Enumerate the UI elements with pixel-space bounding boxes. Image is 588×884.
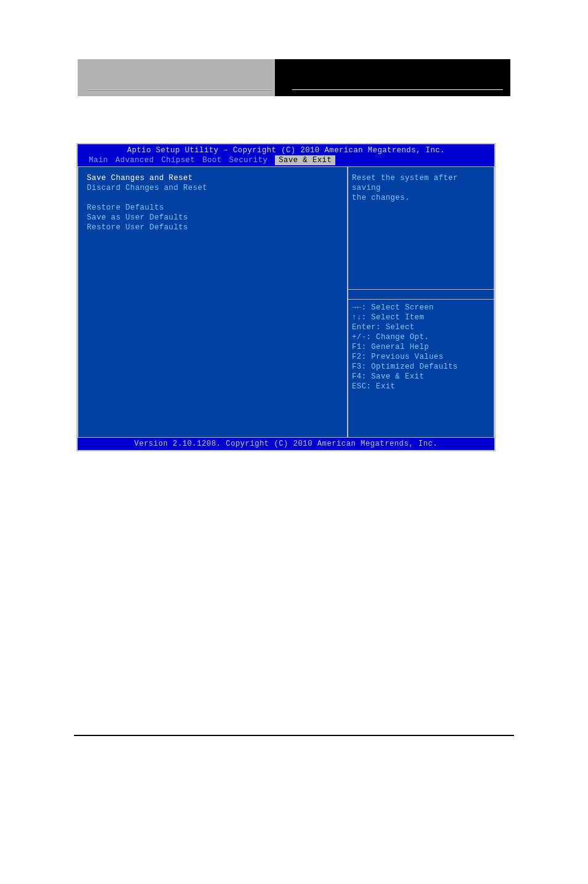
menu-restore-user-defaults[interactable]: Restore User Defaults [87,223,338,232]
menu-discard-changes-reset[interactable]: Discard Changes and Reset [87,183,338,193]
menu-restore-defaults[interactable]: Restore Defaults [87,203,338,213]
help-separator-top [348,289,494,290]
bios-body: Save Changes and Reset Discard Changes a… [78,166,494,438]
tab-security[interactable]: Security [229,155,268,165]
header-left-underline [88,89,271,90]
bios-tab-bar: Main Advanced Chipset Boot Security Save… [78,155,494,166]
doc-header-left [78,59,275,96]
bios-menu-pane: Save Changes and Reset Discard Changes a… [78,166,348,438]
key-legend: →←: Select Screen ↑↓: Select Item Enter:… [352,303,489,391]
bios-footer: Version 2.10.1208. Copyright (C) 2010 Am… [78,438,494,450]
tab-save-exit[interactable]: Save & Exit [275,155,335,165]
help-separator-bot [348,299,494,300]
tab-chipset[interactable]: Chipset [161,155,195,165]
menu-save-changes-reset[interactable]: Save Changes and Reset [87,173,338,183]
legend-change-opt: +/-: Change Opt. [352,332,489,342]
menu-save-user-defaults[interactable]: Save as User Defaults [87,213,338,223]
doc-header [78,59,510,96]
legend-f1: F1: General Help [352,342,489,352]
legend-f3: F3: Optimized Defaults [352,362,489,372]
legend-f2: F2: Previous Values [352,352,489,362]
legend-select-item: ↑↓: Select Item [352,313,489,322]
help-desc-line2: the changes. [352,193,489,203]
legend-esc: ESC: Exit [352,382,489,391]
legend-select-screen: →←: Select Screen [352,303,489,313]
bios-help-pane: Reset the system after saving the change… [348,166,494,438]
help-desc-line1: Reset the system after saving [352,173,489,193]
tab-main[interactable]: Main [89,155,108,165]
menu-spacer [87,193,338,203]
tab-boot[interactable]: Boot [202,155,221,165]
tab-advanced[interactable]: Advanced [115,155,154,165]
bios-title: Aptio Setup Utility – Copyright (C) 2010… [78,144,494,155]
doc-header-right [275,59,510,96]
page-footer-rule [74,735,514,736]
legend-enter: Enter: Select [352,322,489,332]
bios-screenshot: Aptio Setup Utility – Copyright (C) 2010… [76,143,496,451]
header-right-underline [292,89,503,90]
legend-f4: F4: Save & Exit [352,372,489,382]
